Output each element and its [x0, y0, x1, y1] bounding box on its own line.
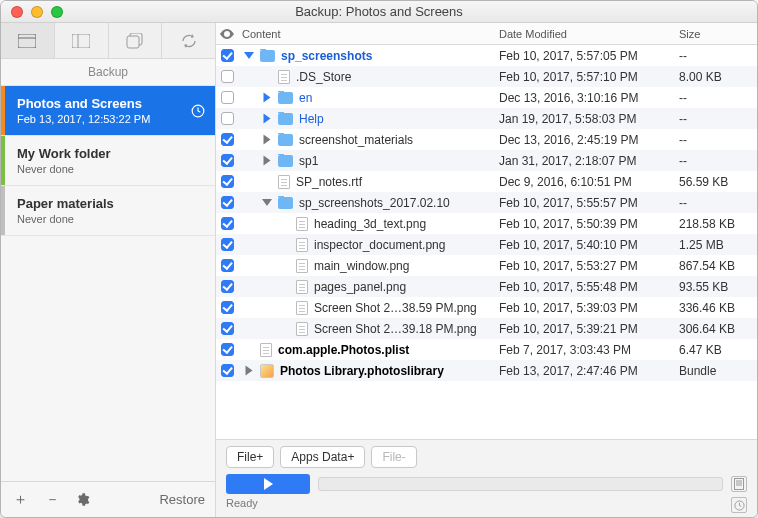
row-date: Feb 10, 2017, 5:40:10 PM [499, 238, 679, 252]
table-row[interactable]: HelpJan 19, 2017, 5:58:03 PM-- [216, 108, 757, 129]
folder-icon [260, 50, 275, 62]
row-size: 6.47 KB [679, 343, 757, 357]
close-icon[interactable] [11, 6, 23, 18]
table-row[interactable]: com.apple.Photos.plistFeb 7, 2017, 3:03:… [216, 339, 757, 360]
row-checkbox[interactable] [221, 259, 234, 272]
svg-rect-2 [72, 34, 90, 48]
table-row[interactable]: sp1Jan 31, 2017, 2:18:07 PM-- [216, 150, 757, 171]
row-label: en [299, 91, 312, 105]
column-date[interactable]: Date Modified [499, 28, 679, 40]
row-checkbox[interactable] [221, 196, 234, 209]
sync-icon [180, 33, 198, 49]
row-label: inspector_document.png [314, 238, 445, 252]
row-date: Feb 13, 2017, 2:47:46 PM [499, 364, 679, 378]
tab-sync[interactable] [162, 23, 215, 59]
row-size: 56.59 KB [679, 175, 757, 189]
window-title: Backup: Photos and Screens [1, 4, 757, 19]
row-checkbox[interactable] [221, 49, 234, 62]
row-date: Feb 10, 2017, 5:39:21 PM [499, 322, 679, 336]
disclosure-right-icon[interactable] [264, 114, 271, 124]
table-row[interactable]: SP_notes.rtfDec 9, 2016, 6:10:51 PM56.59… [216, 171, 757, 192]
zoom-icon[interactable] [51, 6, 63, 18]
row-size: 306.64 KB [679, 322, 757, 336]
table-row[interactable]: Photos Library.photoslibraryFeb 13, 2017… [216, 360, 757, 381]
table-row[interactable]: .DS_StoreFeb 10, 2017, 5:57:10 PM8.00 KB [216, 66, 757, 87]
apps-data-button[interactable]: Apps Data+ [280, 446, 365, 468]
row-label: screenshot_materials [299, 133, 413, 147]
file-icon [278, 70, 290, 84]
row-checkbox[interactable] [221, 70, 234, 83]
row-checkbox[interactable] [221, 301, 234, 314]
disclosure-down-icon[interactable] [244, 52, 254, 59]
sidebar-footer: ＋ － Restore [1, 481, 215, 517]
accent-bar [1, 186, 5, 235]
file-minus-button: File- [371, 446, 416, 468]
tab-panel[interactable] [55, 23, 109, 59]
row-checkbox[interactable] [221, 133, 234, 146]
table-row[interactable]: sp_screenshotsFeb 10, 2017, 5:57:05 PM-- [216, 45, 757, 66]
row-checkbox[interactable] [221, 217, 234, 230]
minimize-icon[interactable] [31, 6, 43, 18]
column-size[interactable]: Size [679, 28, 757, 40]
disclosure-right-icon[interactable] [246, 366, 253, 376]
sidebar-item-2[interactable]: Paper materialsNever done [1, 186, 215, 236]
row-label: heading_3d_text.png [314, 217, 426, 231]
folder-icon [278, 134, 293, 146]
row-checkbox[interactable] [221, 112, 234, 125]
column-visibility[interactable] [216, 29, 238, 39]
file-icon [296, 217, 308, 231]
table-row[interactable]: enDec 13, 2016, 3:10:16 PM-- [216, 87, 757, 108]
table-row[interactable]: Screen Shot 2…39.18 PM.pngFeb 10, 2017, … [216, 318, 757, 339]
row-checkbox[interactable] [221, 175, 234, 188]
column-content[interactable]: Content [238, 28, 499, 40]
table-row[interactable]: main_window.pngFeb 10, 2017, 5:53:27 PM8… [216, 255, 757, 276]
file-table: sp_screenshotsFeb 10, 2017, 5:57:05 PM--… [216, 45, 757, 439]
row-checkbox[interactable] [221, 154, 234, 167]
row-checkbox[interactable] [221, 343, 234, 356]
row-checkbox[interactable] [221, 322, 234, 335]
row-checkbox[interactable] [221, 364, 234, 377]
sidebar-item-sub: Never done [17, 213, 203, 225]
tab-list[interactable] [1, 23, 55, 59]
table-row[interactable]: screenshot_materialsDec 13, 2016, 2:45:1… [216, 129, 757, 150]
disclosure-right-icon[interactable] [264, 135, 271, 145]
row-checkbox[interactable] [221, 280, 234, 293]
row-label: SP_notes.rtf [296, 175, 362, 189]
table-row[interactable]: pages_panel.pngFeb 10, 2017, 5:55:48 PM9… [216, 276, 757, 297]
table-row[interactable]: sp_screenshots_2017.02.10Feb 10, 2017, 5… [216, 192, 757, 213]
file-plus-button[interactable]: File+ [226, 446, 274, 468]
settings-button[interactable] [75, 492, 93, 507]
sidebar-item-0[interactable]: Photos and ScreensFeb 13, 2017, 12:53:22… [1, 86, 215, 136]
disclosure-right-icon[interactable] [264, 93, 271, 103]
row-date: Feb 10, 2017, 5:57:05 PM [499, 49, 679, 63]
row-date: Feb 7, 2017, 3:03:43 PM [499, 343, 679, 357]
row-label: Screen Shot 2…38.59 PM.png [314, 301, 477, 315]
row-size: 8.00 KB [679, 70, 757, 84]
sidebar-toolbar [1, 23, 215, 59]
sidebar: Backup Photos and ScreensFeb 13, 2017, 1… [1, 23, 216, 517]
add-button[interactable]: ＋ [11, 490, 29, 509]
disclosure-down-icon[interactable] [262, 199, 272, 206]
folder-icon [278, 92, 293, 104]
table-row[interactable]: inspector_document.pngFeb 10, 2017, 5:40… [216, 234, 757, 255]
sidebar-item-name: My Work folder [17, 146, 203, 161]
remove-button[interactable]: － [43, 490, 61, 509]
schedule-button[interactable] [731, 497, 747, 513]
restore-button[interactable]: Restore [159, 492, 205, 507]
svg-rect-0 [18, 34, 36, 48]
file-icon [296, 280, 308, 294]
tab-stack[interactable] [109, 23, 163, 59]
run-button[interactable] [226, 474, 310, 494]
log-button[interactable] [731, 476, 747, 492]
folder-icon [278, 197, 293, 209]
sidebar-item-1[interactable]: My Work folderNever done [1, 136, 215, 186]
table-row[interactable]: Screen Shot 2…38.59 PM.pngFeb 10, 2017, … [216, 297, 757, 318]
row-checkbox[interactable] [221, 91, 234, 104]
file-icon [296, 259, 308, 273]
row-size: 218.58 KB [679, 217, 757, 231]
row-date: Jan 19, 2017, 5:58:03 PM [499, 112, 679, 126]
disclosure-right-icon[interactable] [264, 156, 271, 166]
table-row[interactable]: heading_3d_text.pngFeb 10, 2017, 5:50:39… [216, 213, 757, 234]
row-date: Feb 10, 2017, 5:57:10 PM [499, 70, 679, 84]
row-checkbox[interactable] [221, 238, 234, 251]
